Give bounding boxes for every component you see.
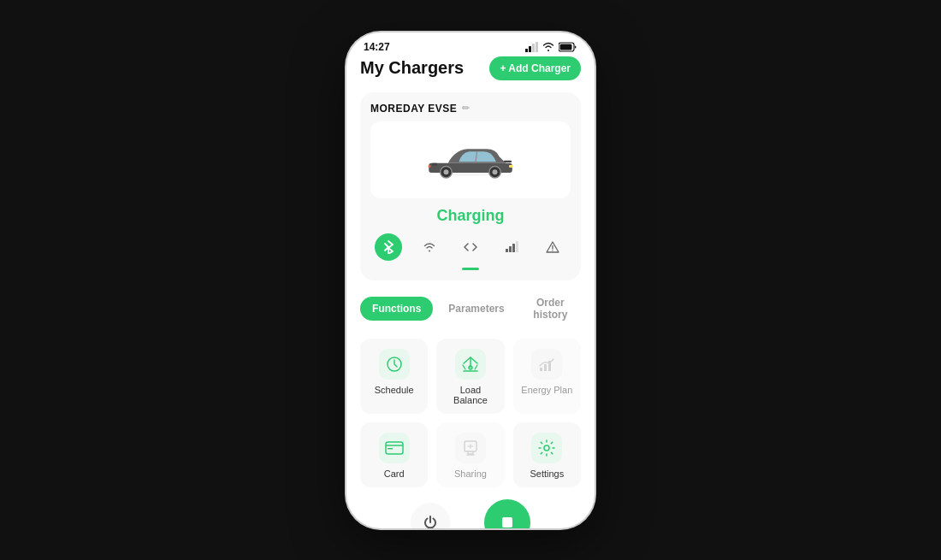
svg-rect-30 [388,448,393,450]
function-energy-plan[interactable]: Energy Plan [513,339,581,414]
status-icons [525,42,577,52]
connection-icons-row [370,233,571,261]
svg-point-22 [552,250,553,251]
schedule-icon-box [379,349,410,380]
card-icon-box [379,433,410,463]
card-label: Card [384,469,405,479]
power-button[interactable] [411,503,450,528]
icon-indicators [370,264,571,270]
sharing-label: Sharing [454,469,487,479]
battery-icon [559,42,577,52]
car-image-container [370,121,571,198]
signal-bars-icon[interactable] [498,233,525,261]
svg-rect-3 [536,42,538,52]
wifi-conn-icon[interactable] [416,233,443,261]
svg-rect-5 [560,44,572,50]
svg-rect-17 [506,249,508,252]
svg-rect-19 [512,244,515,252]
tab-functions[interactable]: Functions [360,297,433,321]
sharing-icon-box [455,433,486,463]
phone-content[interactable]: My Chargers + Add Charger MOREDAY EVSE ✏ [346,56,595,528]
page-header: My Chargers + Add Charger [360,56,581,80]
svg-rect-2 [532,44,535,52]
stop-button[interactable] [484,499,530,528]
svg-rect-13 [432,162,437,165]
function-card[interactable]: Card [360,422,428,487]
active-indicator [462,268,479,270]
tab-parameters[interactable]: Parameters [436,297,516,321]
charger-name: MOREDAY EVSE [370,103,457,115]
function-grid: Schedule Load Balance [360,339,581,487]
function-load-balance[interactable]: Load Balance [436,339,504,414]
add-charger-button[interactable]: + Add Charger [489,56,581,80]
charger-card: MOREDAY EVSE ✏ [360,92,581,280]
code-icon[interactable] [457,233,484,261]
signal-icon [525,42,538,52]
svg-point-10 [444,169,449,174]
svg-rect-15 [509,165,513,168]
warning-icon[interactable] [539,233,566,261]
svg-rect-25 [540,368,542,371]
function-settings[interactable]: Settings [513,422,581,487]
svg-rect-18 [509,246,512,252]
svg-rect-16 [429,165,431,168]
time: 14:27 [364,41,390,53]
action-row [360,499,581,528]
edit-icon[interactable]: ✏ [462,103,470,114]
svg-point-33 [544,445,549,451]
settings-icon-box [531,433,562,463]
load-balance-label: Load Balance [443,385,497,405]
settings-label: Settings [530,469,564,479]
phone-wrapper: 14:27 [346,32,595,528]
svg-rect-20 [516,241,518,252]
car-image [419,134,522,186]
svg-rect-1 [529,46,531,52]
schedule-label: Schedule [375,385,414,395]
phone-shell: 14:27 [346,32,595,528]
load-balance-icon-box [455,349,486,380]
charger-card-header: MOREDAY EVSE ✏ [370,103,571,115]
svg-rect-26 [544,364,547,371]
function-schedule[interactable]: Schedule [360,339,428,414]
bluetooth-icon[interactable] [375,233,402,261]
energy-plan-icon-box [531,349,562,380]
function-sharing[interactable]: Sharing [436,422,504,487]
wifi-icon [542,42,554,51]
energy-plan-label: Energy Plan [521,385,572,395]
status-bar: 14:27 [346,32,595,56]
svg-rect-14 [504,160,512,162]
svg-rect-34 [502,517,512,528]
page-title: My Chargers [360,58,464,78]
tabs-row: Functions Parameters Order history [360,291,581,327]
svg-point-12 [493,169,498,174]
tab-order-history[interactable]: Order history [520,291,581,327]
svg-rect-0 [525,49,528,52]
charging-status: Charging [370,207,571,225]
